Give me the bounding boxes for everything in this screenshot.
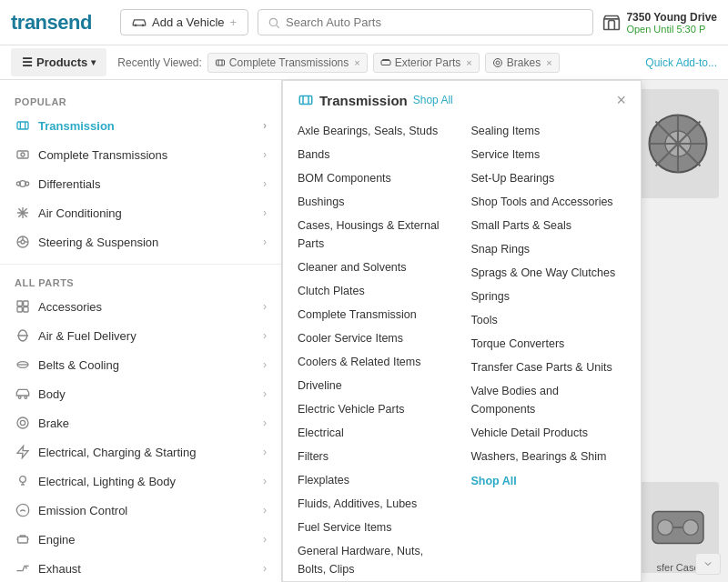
dropdown-link[interactable]: Fuel Service Items bbox=[298, 516, 453, 539]
dropdown-link[interactable]: Cases, Housings & External Parts bbox=[298, 214, 453, 256]
dropdown-link[interactable]: Transfer Case Parts & Units bbox=[471, 356, 627, 379]
dropdown-link[interactable]: Tools bbox=[471, 308, 627, 332]
dropdown-link[interactable]: Shop Tools and Accessories bbox=[471, 190, 627, 214]
dropdown-shop-all-link[interactable]: Shop All bbox=[413, 94, 453, 106]
chevron-right-icon: › bbox=[263, 562, 267, 575]
dropdown-title: Transmission Shop All bbox=[298, 92, 453, 108]
chevron-right-icon: › bbox=[263, 358, 267, 371]
sidebar-item-complete-transmissions[interactable]: Complete Transmissions › bbox=[0, 140, 281, 169]
sidebar-item-body[interactable]: Body › bbox=[0, 379, 281, 408]
dropdown-link[interactable]: General Hardware, Nuts, Bolts, Clips bbox=[298, 539, 453, 581]
dropdown-link[interactable]: BOM Components bbox=[298, 166, 453, 190]
sidebar-item-engine[interactable]: Engine › bbox=[0, 525, 281, 554]
dropdown-link[interactable]: Bands bbox=[298, 143, 453, 166]
dropdown-link[interactable]: Set-Up Bearings bbox=[471, 166, 627, 190]
chevron-right-icon: › bbox=[263, 300, 267, 313]
sidebar-item-accessories[interactable]: Accessories › bbox=[0, 292, 281, 321]
air-conditioning-icon bbox=[15, 205, 31, 221]
chevron-right-icon: › bbox=[263, 236, 267, 248]
dropdown-columns: Axle Bearings, Seals, Studs Bands BOM Co… bbox=[298, 119, 626, 582]
dropdown-link[interactable]: Coolers & Related Items bbox=[298, 350, 453, 374]
dropdown-link[interactable]: Axle Bearings, Seals, Studs bbox=[298, 119, 453, 143]
sidebar-item-transmission-label: Transmission bbox=[38, 119, 115, 133]
recent-tag-exterior[interactable]: Exterior Parts × bbox=[373, 53, 480, 73]
sidebar-item-differentials[interactable]: Differentials › bbox=[0, 169, 281, 198]
products-button[interactable]: ☰ Products ▾ bbox=[11, 48, 106, 76]
product-card-wheel[interactable] bbox=[637, 89, 719, 198]
dropdown-link[interactable]: Valve Bodies and Components bbox=[471, 379, 627, 421]
dropdown-link[interactable]: Washers, Bearings & Shim bbox=[471, 445, 627, 468]
sidebar-item-air-conditioning[interactable]: Air Conditioning › bbox=[0, 198, 281, 227]
logo: transend bbox=[11, 11, 111, 35]
dropdown-shop-all-bottom[interactable]: Shop All bbox=[471, 472, 627, 490]
dropdown-link[interactable]: Flexplates bbox=[298, 468, 453, 492]
close-transmissions-icon[interactable]: × bbox=[354, 57, 359, 68]
sidebar-item-complete-transmissions-label: Complete Transmissions bbox=[38, 148, 167, 162]
exterior-icon-small bbox=[380, 57, 391, 68]
sidebar-item-exhaust[interactable]: Exhaust › bbox=[0, 554, 281, 582]
quick-add-button[interactable]: Quick Add-to... bbox=[645, 56, 717, 69]
store-icon bbox=[602, 14, 621, 32]
chevron-down-icon bbox=[703, 558, 713, 569]
sidebar-item-electrical-charging[interactable]: Electrical, Charging & Starting › bbox=[0, 437, 281, 467]
dropdown-link[interactable]: Fluids, Additives, Lubes bbox=[298, 492, 453, 516]
chevron-right-icon: › bbox=[263, 533, 267, 546]
sidebar-item-engine-label: Engine bbox=[38, 533, 75, 547]
recent-brakes-label: Brakes bbox=[507, 56, 541, 69]
recently-viewed-label: Recently Viewed: bbox=[117, 56, 202, 69]
sidebar-item-emission[interactable]: Emission Control › bbox=[0, 496, 281, 525]
chevron-right-icon: › bbox=[263, 475, 267, 487]
sidebar-item-differentials-label: Differentials bbox=[38, 177, 100, 191]
dropdown-link[interactable]: Filters bbox=[298, 445, 453, 468]
recent-tag-brakes[interactable]: Brakes × bbox=[485, 53, 560, 73]
chevron-right-icon: › bbox=[263, 177, 267, 190]
dropdown-link[interactable]: Sprags & One Way Clutches bbox=[471, 261, 627, 285]
engine-icon bbox=[15, 531, 31, 547]
store-hours: Open Until 5:30 P bbox=[626, 24, 717, 35]
dropdown-link[interactable]: Bushings bbox=[298, 190, 453, 214]
air-fuel-icon bbox=[15, 327, 31, 344]
dropdown-link[interactable]: Vehicle Detail Products bbox=[471, 421, 627, 445]
close-brakes-icon[interactable]: × bbox=[546, 57, 551, 68]
dropdown-link[interactable]: Small Parts & Seals bbox=[471, 214, 627, 237]
recent-tag-transmissions[interactable]: Complete Transmissions × bbox=[207, 53, 368, 73]
dropdown-link[interactable]: Cooler Service Items bbox=[298, 326, 453, 350]
recent-transmissions-label: Complete Transmissions bbox=[229, 56, 349, 69]
sidebar-item-steering[interactable]: Steering & Suspension › bbox=[0, 227, 281, 256]
chevron-right-icon: › bbox=[263, 387, 267, 400]
recently-viewed-bar: Recently Viewed: Complete Transmissions … bbox=[106, 53, 570, 73]
dropdown-link[interactable]: Electrical bbox=[298, 421, 453, 445]
dropdown-header: Transmission Shop All × bbox=[298, 92, 626, 108]
dropdown-link[interactable]: Electric Vehicle Parts bbox=[298, 397, 453, 421]
dropdown-link[interactable]: Sealing Items bbox=[471, 119, 627, 143]
svg-rect-24 bbox=[17, 301, 22, 306]
search-input[interactable] bbox=[286, 15, 583, 29]
sidebar-item-air-fuel[interactable]: Air & Fuel Delivery › bbox=[0, 321, 281, 350]
store-details: 7350 Young Drive Open Until 5:30 P bbox=[626, 11, 717, 35]
dropdown-link[interactable]: Clutch Plates bbox=[298, 279, 453, 303]
sidebar-item-electrical-lighting[interactable]: Electrical, Lighting & Body › bbox=[0, 467, 281, 496]
sidebar-item-brake[interactable]: Brake › bbox=[0, 408, 281, 437]
electrical-charging-icon bbox=[15, 444, 31, 460]
complete-transmissions-icon bbox=[15, 146, 31, 163]
dropdown-link[interactable]: Driveline bbox=[298, 374, 453, 397]
svg-rect-5 bbox=[216, 60, 224, 65]
sidebar-item-transmission[interactable]: Transmission › bbox=[0, 111, 281, 140]
dropdown-link[interactable]: Cleaner and Solvents bbox=[298, 256, 453, 279]
add-vehicle-button[interactable]: Add a Vehicle + bbox=[120, 9, 248, 35]
scroll-down-button[interactable] bbox=[695, 553, 721, 575]
close-exterior-icon[interactable]: × bbox=[466, 57, 471, 68]
sidebar-item-belts[interactable]: Belts & Cooling › bbox=[0, 350, 281, 379]
body-icon bbox=[15, 386, 31, 402]
chevron-right-icon: › bbox=[263, 329, 267, 342]
dropdown-link[interactable]: Springs bbox=[471, 285, 627, 308]
svg-point-18 bbox=[25, 182, 29, 186]
svg-point-0 bbox=[135, 25, 137, 27]
svg-rect-25 bbox=[24, 301, 28, 306]
dropdown-close-button[interactable]: × bbox=[616, 92, 626, 108]
dropdown-link[interactable]: Torque Converters bbox=[471, 332, 627, 356]
dropdown-link[interactable]: Complete Transmission bbox=[298, 303, 453, 326]
sidebar-item-emission-label: Emission Control bbox=[38, 504, 127, 517]
dropdown-link[interactable]: Service Items bbox=[471, 143, 627, 166]
dropdown-link[interactable]: Snap Rings bbox=[471, 237, 627, 261]
